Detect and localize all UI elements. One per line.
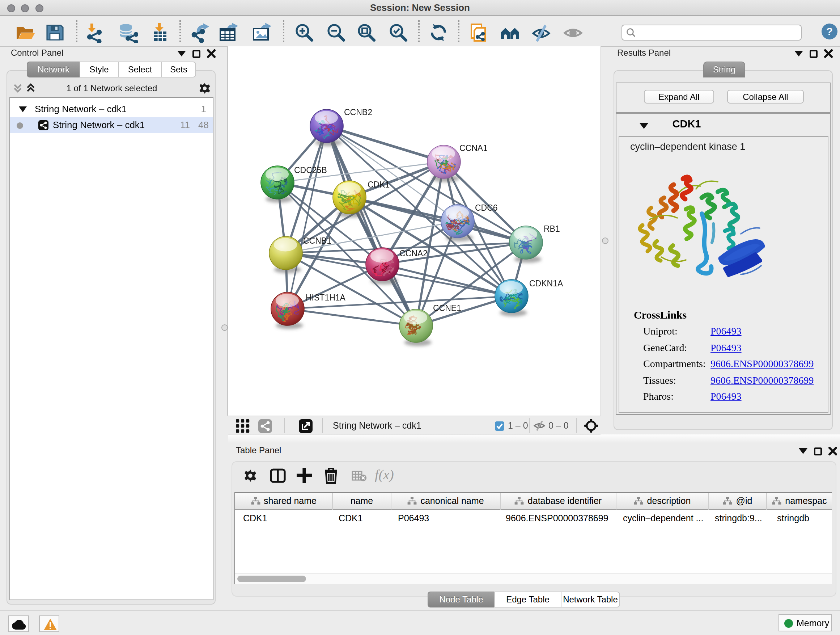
svg-text:CDKN1A: CDKN1A bbox=[529, 279, 563, 288]
svg-text:CDC25B: CDC25B bbox=[294, 165, 327, 175]
svg-text:CCNB2: CCNB2 bbox=[344, 108, 372, 117]
svg-text:CCNE1: CCNE1 bbox=[433, 303, 461, 313]
svg-text:?: ? bbox=[826, 25, 833, 37]
svg-text:CDK1: CDK1 bbox=[368, 180, 390, 189]
svg-text:CDC6: CDC6 bbox=[475, 203, 498, 212]
svg-text:CCNA1: CCNA1 bbox=[459, 143, 488, 153]
svg-text:CCNA2: CCNA2 bbox=[399, 249, 428, 258]
svg-text:CCNB1: CCNB1 bbox=[303, 236, 332, 245]
svg-text:HIST1H1A: HIST1H1A bbox=[306, 293, 346, 302]
svg-text:RB1: RB1 bbox=[544, 224, 560, 233]
